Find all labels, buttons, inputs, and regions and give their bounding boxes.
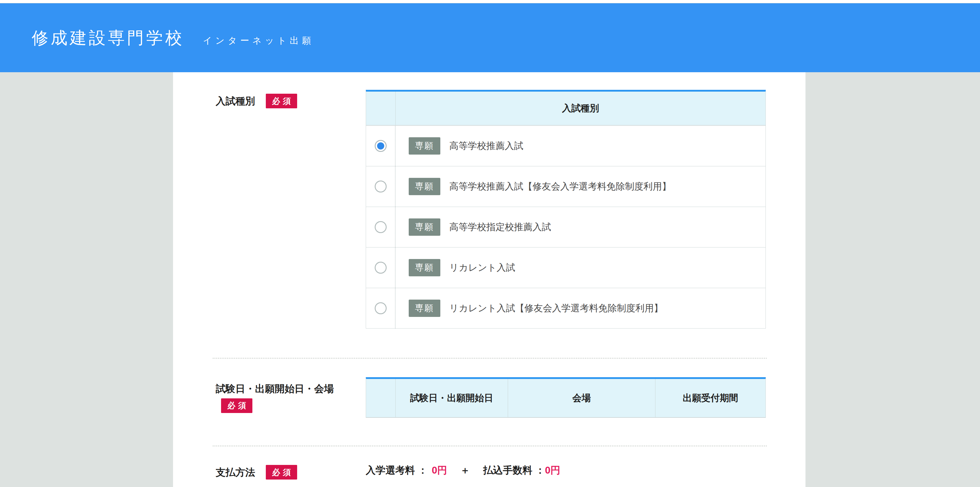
row-main: 専願 高等学校指定校推薦入試 (396, 207, 765, 247)
app-header: 修成建設専門学校 インターネット出願 (0, 3, 980, 72)
sengan-tag-badge: 専願 (409, 178, 440, 195)
section-payment-heading: 支払方法 必須 (216, 465, 297, 479)
fee2-label: 払込手数料 ： (483, 464, 545, 477)
admission-option-label: 高等学校推薦入試【修友会入学選考料免除制度利用】 (449, 180, 671, 193)
radio-cell (366, 126, 396, 166)
service-name-subtitle: インターネット出願 (203, 36, 314, 45)
exam-schedule-label: 試験日・出願開始日・会場 (216, 383, 334, 394)
admission-type-header-spacer-cell (366, 92, 396, 125)
fee-label: 入学選考料 ： (366, 464, 428, 477)
admission-option-row[interactable]: 専願 高等学校推薦入試 (366, 125, 765, 166)
required-badge: 必須 (221, 398, 252, 413)
plus-sign: ＋ (460, 464, 470, 477)
admission-option-row[interactable]: 専願 リカレント入試【修友会入学選考料免除制度利用】 (366, 288, 765, 328)
column-application-period: 出願受付期間 (655, 379, 765, 417)
admission-option-label: 高等学校指定校推薦入試 (449, 221, 551, 233)
fee2-value: 0円 (545, 464, 560, 477)
admission-option-row[interactable]: 専願 高等学校推薦入試【修友会入学選考料免除制度利用】 (366, 166, 765, 207)
required-badge: 必須 (266, 465, 297, 479)
column-venue: 会場 (508, 379, 655, 417)
row-main: 専願 リカレント入試 (396, 248, 765, 288)
radio-button[interactable] (375, 302, 387, 314)
radio-cell (366, 167, 396, 207)
exam-schedule-header-spacer-cell (366, 379, 396, 417)
fee-value: 0円 (432, 464, 447, 477)
row-main: 専願 高等学校推薦入試【修友会入学選考料免除制度利用】 (396, 167, 765, 207)
admission-type-header-cell: 入試種別 (396, 92, 765, 125)
admission-type-label: 入試種別 (216, 95, 255, 107)
section-exam-schedule-heading: 試験日・出願開始日・会場 必須 (216, 383, 334, 413)
radio-button[interactable] (375, 140, 387, 152)
fee-summary: 入学選考料 ： 0円 ＋ 払込手数料 ： 0円 (366, 464, 560, 477)
dotted-divider (213, 358, 767, 359)
exam-schedule-table: 試験日・出願開始日 会場 出願受付期間 (366, 377, 766, 418)
radio-cell (366, 288, 396, 328)
radio-button[interactable] (375, 221, 387, 233)
required-badge: 必須 (266, 94, 297, 108)
radio-button[interactable] (375, 262, 387, 274)
radio-button[interactable] (375, 181, 387, 193)
admission-type-table: 入試種別 専願 高等学校推薦入試 専願 高等学校推薦入試【修友会入学選考料免除制… (366, 90, 766, 329)
admission-option-row[interactable]: 専願 高等学校指定校推薦入試 (366, 207, 765, 247)
radio-cell (366, 207, 396, 247)
row-main: 専願 高等学校推薦入試 (396, 126, 765, 166)
admission-option-row[interactable]: 専願 リカレント入試 (366, 247, 765, 288)
sengan-tag-badge: 専願 (409, 259, 440, 276)
admission-option-label: リカレント入試 (449, 261, 515, 274)
content-panel: 入試種別 必須 入試種別 専願 高等学校推薦入試 (173, 72, 805, 487)
sengan-tag-badge: 専願 (409, 218, 440, 236)
dotted-divider (213, 446, 767, 446)
column-exam-date: 試験日・出願開始日 (396, 379, 508, 417)
sengan-tag-badge: 専願 (409, 137, 440, 154)
exam-schedule-table-header: 試験日・出願開始日 会場 出願受付期間 (366, 379, 765, 417)
app-header-inner: 修成建設専門学校 インターネット出願 (32, 30, 314, 46)
radio-cell (366, 248, 396, 288)
sengan-tag-badge: 専願 (409, 299, 440, 317)
page-background: 入試種別 必須 入試種別 専願 高等学校推薦入試 (0, 72, 980, 487)
admission-option-label: リカレント入試【修友会入学選考料免除制度利用】 (449, 302, 663, 315)
admission-type-table-header: 入試種別 (366, 92, 765, 125)
section-admission-type-heading: 入試種別 必須 (216, 94, 297, 108)
payment-method-label: 支払方法 (216, 466, 255, 478)
row-main: 専願 リカレント入試【修友会入学選考料免除制度利用】 (396, 288, 765, 328)
admission-option-label: 高等学校推薦入試 (449, 140, 523, 152)
school-name-title: 修成建設専門学校 (32, 30, 185, 46)
